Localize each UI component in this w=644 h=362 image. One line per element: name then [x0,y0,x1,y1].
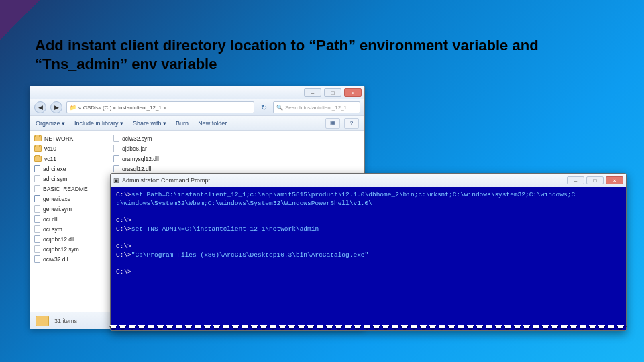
cmd-line: set TNS_ADMIN=C:\instantclient_12_1\netw… [131,225,319,233]
breadcrumb[interactable]: 📁 « OSDisk (C:) ▸ instantclient_12_1 ▸ [66,101,254,113]
cmd-icon: ▣ [113,177,119,184]
file-icon [113,145,119,152]
search-icon: 🔍 [276,105,283,111]
toolbar-include[interactable]: Include in library ▾ [74,120,123,127]
folder-icon [34,145,42,152]
folder-icon [34,135,42,141]
toolbar-share[interactable]: Share with ▾ [133,120,166,127]
cmd-line: :\windows\System32\Wbem;C:\windows\Syste… [116,200,372,207]
file-icon [113,135,119,142]
file-icon [34,255,40,263]
file-icon [34,215,40,223]
list-item[interactable]: orasql12.dll [113,164,187,174]
toolbar-organize[interactable]: Organize ▾ [36,120,65,127]
file-label: orasql12.dll [122,166,151,172]
nav-item[interactable]: NETWORK [34,133,107,143]
folder-icon: 📁 [70,105,76,111]
explorer-toolbar: Organize ▾ Include in library ▾ Share wi… [30,116,364,131]
nav-item[interactable]: vc11 [34,154,107,164]
explorer-navbar: ◀ ▶ 📁 « OSDisk (C:) ▸ instantclient_12_1… [30,99,364,116]
nav-fwd-icon[interactable]: ▶ [50,101,62,113]
cmd-close-button[interactable]: × [606,176,623,184]
breadcrumb-sep: ▸ [113,105,116,111]
slide-title: Add instant client directory location to… [35,36,604,73]
cmd-body[interactable]: C:\>set Path=C:\instantclient_12_1;c:\ap… [111,187,626,330]
explorer-navpane[interactable]: NETWORK vc10 vc11 adrci.exe adrci.sym BA… [30,131,109,312]
nav-label: NETWORK [44,135,73,142]
file-icon [34,195,40,202]
list-item[interactable]: oramysql12.dll [113,154,187,164]
search-input[interactable]: 🔍 Search instantclient_12_1 [273,101,360,113]
cmd-line: C:\> [116,225,131,233]
cmd-titlebar[interactable]: ▣ Administrator: Command Prompt – □ × [111,174,626,187]
nav-label: vc10 [44,145,56,152]
nav-label: vc11 [44,156,56,162]
toolbar-burn[interactable]: Burn [176,120,189,127]
nav-item[interactable]: BASIC_README [34,184,107,194]
file-label: ociw32.sym [122,135,152,142]
nav-item[interactable]: ociw32.dll [34,254,107,264]
cmd-minimize-button[interactable]: – [567,176,584,184]
nav-item[interactable]: adrci.exe [34,164,107,174]
file-icon [113,165,119,172]
nav-label: adrci.exe [43,166,66,172]
slide-accent [0,0,40,40]
nav-item[interactable]: oci.sym [34,224,107,234]
nav-item[interactable]: ocijdbc12.sym [34,244,107,254]
breadcrumb-folder: instantclient_12_1 [118,105,162,111]
file-label: ojdbc6.jar [122,145,147,152]
cmd-title-text: Administrator: Command Prompt [122,177,210,184]
file-icon [34,185,40,192]
refresh-icon[interactable]: ↻ [258,102,269,113]
cmd-line: C:\> [116,251,131,259]
list-item[interactable]: ojdbc6.jar [113,143,187,154]
status-folder-icon [36,316,49,326]
search-placeholder: Search instantclient_12_1 [285,105,347,111]
nav-back-icon[interactable]: ◀ [34,101,46,113]
status-item-count: 31 items [54,318,77,324]
nav-label: BASIC_README [43,186,88,192]
nav-item[interactable]: genezi.sym [34,204,107,214]
cmd-window: ▣ Administrator: Command Prompt – □ × C:… [110,173,627,331]
close-button[interactable]: × [344,88,362,97]
nav-label: ociw32.dll [43,256,68,263]
folder-icon [34,156,42,162]
nav-item[interactable]: vc10 [34,143,107,154]
breadcrumb-drive: « OSDisk (C:) [78,105,111,111]
nav-label: genezi.exe [43,196,70,202]
minimize-button[interactable]: – [304,88,321,97]
nav-label: genezi.sym [43,206,72,213]
file-icon [34,235,40,243]
nav-label: adrci.sym [43,176,67,182]
list-item[interactable]: ociw32.sym [113,133,187,143]
file-label: oramysql12.dll [122,156,159,162]
nav-label: ocijdbc12.dll [43,236,74,243]
breadcrumb-sep2: ▸ [164,105,166,111]
file-icon [34,165,40,172]
torn-edge-effect [109,325,627,332]
file-icon [113,155,119,162]
view-options-icon[interactable]: ▦ [325,118,340,129]
nav-item[interactable]: adrci.sym [34,174,107,184]
nav-item[interactable]: oci.dll [34,214,107,224]
explorer-titlebar[interactable]: – □ × [30,86,364,99]
file-icon [34,225,40,233]
cmd-line: C:\> [116,191,131,198]
cmd-line: C:\> [116,268,131,276]
cmd-line: C:\> [116,243,131,250]
nav-label: oci.dll [43,216,58,223]
cmd-line: "C:\Program Files (x86)\ArcGIS\Desktop10… [131,251,368,259]
cmd-line: set Path=C:\instantclient_12_1;c:\app\am… [131,191,575,198]
maximize-button[interactable]: □ [324,88,341,97]
file-icon [34,205,40,213]
file-icon [34,245,40,253]
nav-label: ocijdbc12.sym [43,246,79,253]
nav-item[interactable]: ocijdbc12.dll [34,234,107,244]
cmd-maximize-button[interactable]: □ [586,176,604,184]
file-icon [34,175,40,182]
nav-item[interactable]: genezi.exe [34,194,107,204]
toolbar-newfolder[interactable]: New folder [198,120,227,127]
nav-label: oci.sym [43,226,62,233]
help-icon[interactable]: ? [344,118,359,129]
cmd-line: C:\> [116,217,131,224]
